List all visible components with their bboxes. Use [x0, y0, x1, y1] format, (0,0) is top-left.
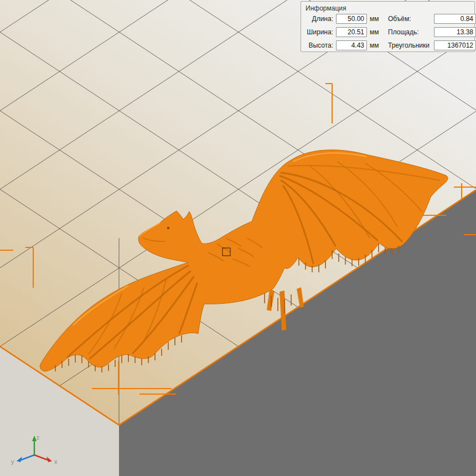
info-panel: Информация Длина: мм Объём: см³ Ширина: … — [301, 1, 475, 52]
area-label: Площадь: — [388, 28, 431, 36]
info-grid: Длина: мм Объём: см³ Ширина: мм Площадь:… — [301, 14, 474, 54]
height-unit: мм — [370, 42, 385, 49]
area-input[interactable] — [434, 27, 476, 37]
triangles-input[interactable] — [434, 40, 476, 50]
length-label: Длина: — [306, 15, 333, 23]
width-input[interactable] — [336, 27, 367, 37]
height-label: Высота: — [306, 42, 333, 49]
axis-y-label: y — [11, 458, 14, 465]
height-input[interactable] — [336, 40, 367, 50]
width-label: Ширина: — [306, 28, 333, 36]
axis-z-label: z — [37, 434, 39, 441]
triangles-label: Треугольники — [388, 42, 431, 49]
volume-input[interactable] — [434, 14, 476, 24]
bat-eye — [167, 227, 169, 229]
width-unit: мм — [370, 28, 385, 36]
axis-x-label: x — [54, 458, 58, 465]
length-unit: мм — [370, 15, 385, 23]
volume-label: Объём: — [388, 15, 431, 23]
length-input[interactable] — [336, 14, 367, 24]
info-panel-title: Информация — [301, 2, 474, 14]
viewport-3d[interactable]: x y z — [0, 0, 476, 476]
